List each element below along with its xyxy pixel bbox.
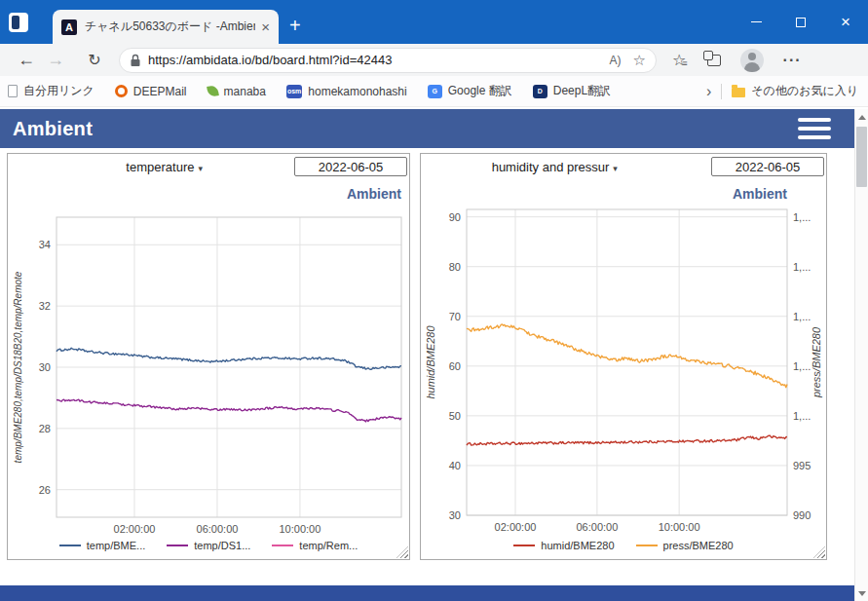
page-footer [0, 585, 854, 601]
bookmark-label: homekamonohashi [308, 85, 406, 98]
legend-swatch [513, 545, 535, 546]
svg-text:30: 30 [449, 509, 461, 521]
bookmark-item[interactable]: D DeepL翻訳 [533, 83, 611, 99]
bookmark-item[interactable]: 自分用リンク [8, 83, 94, 99]
svg-text:32: 32 [39, 300, 51, 312]
bookmark-item[interactable]: osm homekamonohashi [286, 85, 407, 98]
chart-panel-humidity-pressure: humidity and pressur▾ 304050607080909909… [420, 153, 827, 560]
close-button[interactable]: × [823, 0, 868, 44]
svg-text:1,...: 1,... [793, 211, 811, 223]
legend-item[interactable]: press/BME280 [636, 540, 734, 551]
chart-legend: temp/BME...temp/DS1...temp/Rem... [8, 534, 409, 557]
legend-label: temp/BME... [87, 540, 146, 551]
browser-tab[interactable]: A チャネル50633のボード -Ambient × [53, 10, 279, 44]
scroll-down-button[interactable] [855, 585, 868, 601]
bookmark-label: 自分用リンク [23, 83, 94, 99]
close-icon: × [841, 14, 850, 30]
tab-close-icon[interactable]: × [261, 19, 270, 34]
bookmark-item[interactable]: DEEPMail [115, 85, 187, 98]
hamburger-icon [798, 127, 831, 131]
svg-text:40: 40 [449, 460, 461, 471]
collections-icon[interactable] [707, 55, 721, 66]
folder-icon [732, 88, 745, 97]
svg-text:06:00:00: 06:00:00 [576, 521, 618, 533]
svg-text:1,...: 1,... [793, 360, 811, 372]
translate-icon: G [428, 85, 442, 98]
favorites-hub-icon[interactable]: ☆≡ [672, 51, 688, 69]
forward-button[interactable]: → [41, 50, 70, 70]
favorites-lines-glyph: ≡ [682, 58, 687, 68]
toolbar-right-icons: ☆≡ ··· [672, 49, 811, 72]
svg-text:humid/BME280: humid/BME280 [425, 325, 436, 399]
profile-avatar[interactable] [740, 49, 764, 72]
read-aloud-icon[interactable]: A) [610, 54, 622, 67]
legend-swatch [272, 545, 293, 546]
humidity-pressure-chart: 304050607080909909951,...1,...1,...1,...… [421, 181, 826, 534]
hamburger-icon [798, 118, 831, 122]
bookmark-item[interactable]: G Google 翻訳 [428, 83, 512, 99]
arrow-down-icon [858, 591, 866, 596]
leaf-icon [207, 85, 219, 97]
svg-text:995: 995 [793, 460, 811, 471]
title-bar: A チャネル50633のボード -Ambient × + × [0, 0, 868, 44]
chevron-down-icon: ▾ [198, 164, 203, 173]
address-bar[interactable]: https://ambidata.io/bd/board.html?id=424… [119, 48, 657, 73]
legend-item[interactable]: temp/Rem... [272, 540, 358, 551]
svg-text:02:00:00: 02:00:00 [495, 521, 537, 533]
svg-text:990: 990 [793, 509, 811, 521]
svg-text:Ambient: Ambient [733, 186, 787, 202]
scrollbar-thumb[interactable] [856, 127, 867, 187]
chart-legend: humid/BME280press/BME280 [421, 534, 826, 557]
svg-text:1,...: 1,... [793, 261, 811, 273]
menu-button[interactable] [798, 118, 831, 139]
legend-label: press/BME280 [663, 540, 734, 551]
date-input[interactable] [711, 157, 824, 176]
maximize-icon [796, 18, 806, 27]
svg-text:1,...: 1,... [793, 311, 811, 322]
svg-text:06:00:00: 06:00:00 [197, 523, 239, 534]
favicon-badge-icon: osm [286, 85, 302, 98]
back-button[interactable]: ← [12, 50, 41, 70]
page-icon [8, 85, 18, 97]
settings-more-icon[interactable]: ··· [783, 52, 802, 69]
minimize-button[interactable] [734, 0, 778, 44]
panel-toolbar: temperature▾ [8, 154, 409, 181]
deepl-icon: D [533, 85, 547, 98]
lock-icon [130, 54, 141, 67]
bookmarks-overflow-chevron-icon[interactable]: › [706, 83, 711, 100]
svg-text:02:00:00: 02:00:00 [114, 523, 156, 534]
page-header: Ambient [0, 109, 854, 148]
maximize-button[interactable] [778, 0, 823, 44]
svg-text:10:00:00: 10:00:00 [659, 521, 700, 533]
url-text[interactable]: https://ambidata.io/bd/board.html?id=424… [148, 53, 610, 67]
bookmark-item[interactable]: manaba [208, 85, 266, 98]
vertical-scrollbar[interactable] [854, 109, 868, 601]
svg-text:70: 70 [449, 311, 461, 322]
ring-icon [115, 85, 128, 97]
bookmark-label: DEEPMail [133, 85, 187, 98]
svg-text:60: 60 [449, 360, 461, 372]
legend-swatch [636, 545, 658, 546]
legend-item[interactable]: humid/BME280 [513, 540, 614, 551]
window-controls: × [734, 0, 868, 44]
new-tab-button[interactable]: + [289, 16, 301, 35]
chart-type-dropdown[interactable]: humidity and pressur▾ [492, 160, 618, 174]
chart-panel-temperature: temperature▾ 262830323402:00:0006:00:001… [7, 153, 410, 560]
panel-toolbar: humidity and pressur▾ [421, 154, 826, 181]
svg-text:34: 34 [39, 239, 51, 250]
legend-label: humid/BME280 [541, 540, 614, 551]
refresh-button[interactable]: ↻ [80, 51, 109, 69]
scroll-up-button[interactable] [855, 109, 868, 125]
chevron-down-icon: ▾ [613, 164, 618, 173]
legend-item[interactable]: temp/BME... [59, 540, 146, 551]
legend-item[interactable]: temp/DS1... [167, 540, 250, 551]
page-title: Ambient [13, 118, 93, 140]
bookmark-label: Google 翻訳 [448, 83, 512, 99]
date-input[interactable] [294, 157, 407, 176]
bookmarks-bar: 自分用リンク DEEPMail manaba osm homekamonohas… [0, 76, 868, 107]
browser-toolbar: ← → ↻ https://ambidata.io/bd/board.html?… [0, 44, 868, 76]
chart-type-dropdown[interactable]: temperature▾ [126, 160, 203, 174]
app-window-icon[interactable] [9, 13, 28, 32]
other-favorites-button[interactable]: その他のお気に入り [732, 83, 858, 99]
add-favorite-star-icon[interactable]: ☆ [633, 52, 646, 69]
